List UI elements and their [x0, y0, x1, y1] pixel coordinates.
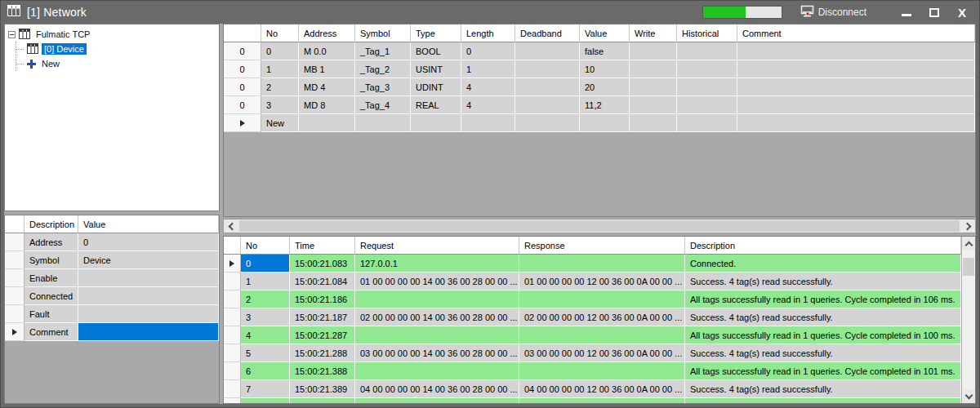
- cell-description[interactable]: Success. 4 tag(s) read successfully.: [685, 308, 961, 326]
- row-indicator[interactable]: [224, 255, 241, 273]
- cell-response[interactable]: [519, 326, 685, 344]
- tree-root-label[interactable]: Fulmatic TCP: [33, 29, 92, 40]
- column-header-time[interactable]: Time: [290, 237, 355, 255]
- cell-time[interactable]: 15:00:21.186: [290, 290, 355, 308]
- table-row[interactable]: 415:00:21.287All tags successfully read …: [224, 326, 961, 344]
- cell-value[interactable]: 20: [580, 78, 630, 96]
- table-row[interactable]: 315:00:21.18702 00 00 00 00 14 00 36 00 …: [224, 308, 961, 326]
- column-header-historical[interactable]: Historical: [677, 24, 737, 42]
- cell-no[interactable]: 1: [261, 60, 299, 78]
- cell-deadband[interactable]: [515, 60, 580, 78]
- tree-item-device-label[interactable]: [0] Device: [42, 43, 87, 55]
- table-row[interactable]: Address0: [5, 233, 219, 251]
- cell-write[interactable]: [630, 42, 677, 60]
- cell-time[interactable]: 15:00:21.389: [290, 380, 355, 398]
- cell-request[interactable]: 01 00 00 00 00 14 00 36 00 28 00 00 ...: [355, 273, 519, 290]
- cell-response[interactable]: [519, 255, 685, 273]
- cell-value[interactable]: [78, 287, 219, 305]
- cell-write[interactable]: [630, 96, 677, 114]
- cell-symbol[interactable]: _Tag_2: [355, 60, 411, 78]
- row-indicator[interactable]: 0: [224, 42, 261, 60]
- row-indicator[interactable]: [5, 251, 24, 269]
- cell-length[interactable]: 4: [461, 78, 515, 96]
- cell-time[interactable]: 15:00:21.287: [290, 326, 355, 344]
- cell-description[interactable]: All tags successfully read in 1 queries.…: [685, 290, 961, 308]
- column-header-length[interactable]: Length: [461, 24, 515, 42]
- cell-historical[interactable]: [677, 96, 737, 114]
- cell-value[interactable]: [78, 269, 219, 287]
- cell-value[interactable]: [580, 114, 630, 132]
- column-header-no[interactable]: No: [241, 237, 290, 255]
- tree-root-row[interactable]: Fulmatic TCP: [8, 27, 219, 42]
- cell-description[interactable]: Enable: [24, 269, 78, 287]
- table-row[interactable]: 115:00:21.08401 00 00 00 00 14 00 36 00 …: [224, 273, 961, 290]
- cell-request[interactable]: 03 00 00 00 00 14 00 36 00 28 00 00 ...: [355, 344, 519, 362]
- row-indicator[interactable]: [224, 380, 241, 398]
- table-row[interactable]: Comment: [5, 323, 219, 341]
- tree-item-new[interactable]: New: [16, 56, 219, 71]
- cell-write[interactable]: [630, 114, 677, 132]
- cell-length[interactable]: 1: [461, 60, 515, 78]
- cell-request[interactable]: [355, 362, 519, 380]
- table-row[interactable]: Connected: [5, 287, 219, 305]
- table-row[interactable]: Enable: [5, 269, 219, 287]
- cell-address[interactable]: MB 1: [299, 60, 355, 78]
- cell-time[interactable]: 15:00:21.388: [290, 362, 355, 380]
- cell-value[interactable]: [78, 323, 219, 341]
- table-row[interactable]: 015:00:21.083127.0.0.1Connected.: [224, 255, 961, 273]
- cell-description[interactable]: Success. 4 tag(s) read successfully.: [685, 344, 961, 362]
- cell-response[interactable]: 04 00 00 00 00 12 00 36 00 0A 00 00 ...: [519, 380, 685, 398]
- cell-response[interactable]: [519, 290, 685, 308]
- minimize-button[interactable]: [898, 4, 915, 20]
- cell-request[interactable]: 02 00 00 00 00 14 00 36 00 28 00 00 ...: [355, 308, 519, 326]
- table-row[interactable]: 03MD 8_Tag_4REAL411,2: [224, 96, 975, 114]
- cell-type[interactable]: REAL: [411, 96, 461, 114]
- cell-description[interactable]: All tags successfully read in 1 queries.…: [685, 362, 961, 380]
- cell-no[interactable]: 2: [241, 290, 290, 308]
- row-indicator[interactable]: [5, 269, 24, 287]
- cell-response[interactable]: 01 00 00 00 00 12 00 36 00 0A 00 00 ...: [519, 273, 685, 290]
- cell-description[interactable]: Fault: [24, 305, 78, 323]
- cell-comment[interactable]: [737, 60, 975, 78]
- cell-time[interactable]: 15:00:21.288: [290, 344, 355, 362]
- cell-description[interactable]: Symbol: [24, 251, 78, 269]
- column-header-description[interactable]: Description: [685, 237, 961, 255]
- horizontal-scrollbar-thumb[interactable]: [239, 220, 960, 232]
- cell-request[interactable]: [355, 326, 519, 344]
- cell-time[interactable]: 15:00:21.187: [290, 308, 355, 326]
- row-indicator[interactable]: [5, 233, 24, 251]
- cell-historical[interactable]: [677, 42, 737, 60]
- column-header-comment[interactable]: Comment: [737, 24, 975, 42]
- cell-description[interactable]: Connected: [24, 287, 78, 305]
- maximize-button[interactable]: [925, 4, 943, 20]
- close-button[interactable]: X: [953, 4, 971, 20]
- cell-no[interactable]: 0: [241, 255, 290, 273]
- tree-item-new-label[interactable]: New: [39, 58, 62, 69]
- cell-request[interactable]: 127.0.0.1: [355, 255, 519, 273]
- table-row[interactable]: 615:00:21.388All tags successfully read …: [224, 362, 961, 380]
- cell-symbol[interactable]: _Tag_3: [355, 78, 411, 96]
- collapse-toggle-icon[interactable]: [8, 31, 16, 38]
- row-indicator[interactable]: [224, 344, 241, 362]
- table-row[interactable]: 515:00:21.28803 00 00 00 00 14 00 36 00 …: [224, 344, 961, 362]
- cell-response[interactable]: 03 00 00 00 00 12 00 36 00 0A 00 00 ...: [519, 344, 685, 362]
- horizontal-scrollbar[interactable]: [223, 219, 976, 233]
- cell-address[interactable]: M 0.0: [299, 42, 355, 60]
- cell-response[interactable]: [519, 398, 685, 403]
- vertical-scrollbar-thumb[interactable]: [963, 258, 974, 276]
- cell-no[interactable]: 0: [261, 42, 299, 60]
- cell-write[interactable]: [630, 60, 677, 78]
- cell-value[interactable]: 10: [580, 60, 630, 78]
- disconnect-button[interactable]: Disconnect: [800, 5, 866, 20]
- cell-comment[interactable]: [737, 42, 975, 60]
- table-row[interactable]: Fault: [5, 305, 219, 323]
- row-indicator[interactable]: [5, 287, 24, 305]
- cell-deadband[interactable]: [515, 114, 580, 132]
- row-indicator[interactable]: [5, 323, 24, 341]
- cell-request[interactable]: [355, 290, 519, 308]
- cell-no[interactable]: 6: [241, 362, 290, 380]
- cell-type[interactable]: UDINT: [411, 78, 461, 96]
- cell-historical[interactable]: [677, 78, 737, 96]
- scroll-down-button[interactable]: [962, 389, 975, 403]
- column-header-description[interactable]: Description: [24, 215, 78, 233]
